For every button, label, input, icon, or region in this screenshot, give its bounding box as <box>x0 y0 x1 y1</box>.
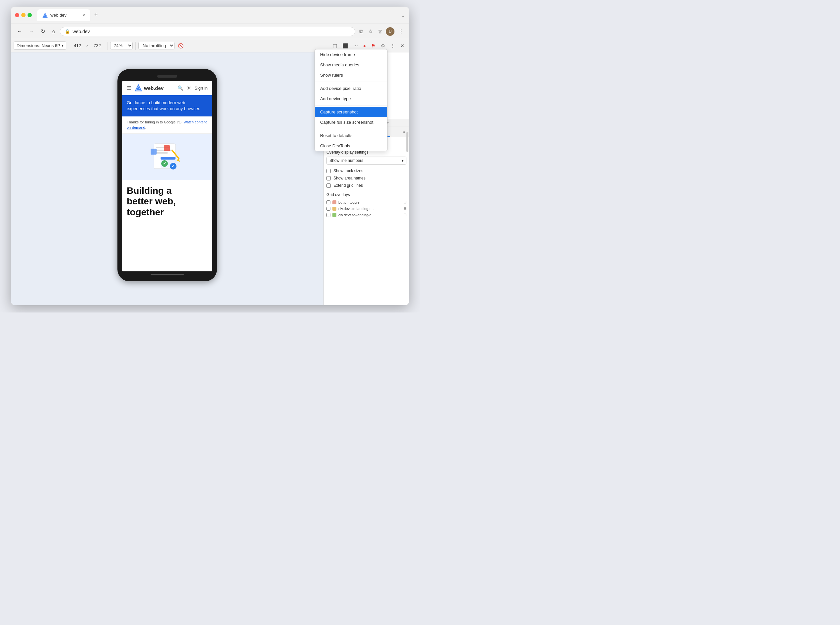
phone-home-indicator <box>151 274 184 275</box>
no-sim-button[interactable]: 🚫 <box>176 42 185 50</box>
menu-capture-screenshot[interactable]: Capture screenshot <box>315 107 387 117</box>
overlay-row-div-2: div.devsite-landing-r... ⊞ <box>327 211 406 218</box>
more-tools-button[interactable]: ⋯ <box>352 42 360 50</box>
maximize-window-button[interactable] <box>28 13 32 17</box>
extend-grid-lines-checkbox[interactable] <box>327 183 331 188</box>
line-numbers-dropdown[interactable]: Show line numbers ▾ <box>327 157 406 165</box>
show-area-names-label: Show area names <box>333 176 366 180</box>
chrome-menu-button[interactable]: ⋮ <box>397 27 405 36</box>
menu-add-device-type[interactable]: Add device type <box>315 93 387 104</box>
site-sign-in[interactable]: Sign in <box>194 86 208 90</box>
traffic-lights <box>15 13 32 17</box>
headline-line3: together <box>127 207 208 218</box>
overlay-row-button-toggle: button.toggle ⊞ <box>327 199 406 205</box>
width-input[interactable] <box>70 43 85 48</box>
hero-illustration: ✓ ✓ <box>147 140 187 174</box>
menu-add-device-pixel-ratio[interactable]: Add device pixel ratio <box>315 83 387 93</box>
div-landing-r1-grid-icon[interactable]: ⊞ <box>403 206 406 211</box>
div-landing-r2-checkbox[interactable] <box>327 213 330 217</box>
inspect-picker[interactable]: ⬚ <box>331 42 339 50</box>
hamburger-menu-icon[interactable]: ☰ <box>127 85 131 91</box>
profile-avatar[interactable]: U <box>386 27 394 36</box>
div-landing-r1-color <box>333 207 336 211</box>
site-announcement: Thanks for tuning in to Google I/O! Watc… <box>122 117 212 134</box>
nav-bar: ← → ↻ ⌂ 🔒 web.dev ⧉ ☆ ⧖ U ⋮ <box>11 24 409 39</box>
throttle-selector[interactable]: No throttling <box>138 42 174 50</box>
bookmark-button[interactable]: ☆ <box>367 27 374 36</box>
headline-line1: Building a <box>127 185 208 196</box>
height-input[interactable] <box>90 43 104 48</box>
close-window-button[interactable] <box>15 13 19 17</box>
devtools-more-menu[interactable]: ⋮ <box>389 42 397 50</box>
new-tab-button[interactable]: + <box>92 10 101 20</box>
address-bar[interactable]: 🔒 web.dev <box>60 27 355 36</box>
browser-window: web.dev × + ⌄ ← → ↻ ⌂ 🔒 web.dev ⧉ ☆ ⧖ U … <box>11 7 409 305</box>
cast-button[interactable]: ⧉ <box>358 27 364 36</box>
extensions-button[interactable]: ⧖ <box>377 27 383 36</box>
div-landing-r2-grid-icon[interactable]: ⊞ <box>403 213 406 217</box>
div-landing-r1-checkbox[interactable] <box>327 207 330 211</box>
separator-2 <box>135 42 136 50</box>
menu-reset-defaults[interactable]: Reset to defaults <box>315 131 387 141</box>
minimize-window-button[interactable] <box>21 13 26 17</box>
title-bar: web.dev × + ⌄ <box>11 7 409 24</box>
devtools-settings[interactable]: ⚙ <box>379 42 387 50</box>
forward-button[interactable]: → <box>27 27 36 36</box>
hero-svg: ✓ ✓ <box>147 140 187 174</box>
svg-text:✓: ✓ <box>163 161 166 166</box>
button-toggle-name: button.toggle <box>338 201 401 204</box>
site-search-icon[interactable]: 🔍 <box>177 85 183 90</box>
phone-container: ☰ web.dev 🔍 ☀ Sign <box>117 69 217 281</box>
menu-hide-device-frame[interactable]: Hide device frame <box>315 50 387 60</box>
reload-button[interactable]: ↻ <box>39 27 47 36</box>
tab-close-button[interactable]: × <box>82 13 85 17</box>
scroll-indicator[interactable] <box>406 132 408 152</box>
tab-list-button[interactable]: ⌄ <box>401 12 405 18</box>
tab-favicon <box>42 12 48 18</box>
dropdown-chevron-icon: ▾ <box>402 159 403 163</box>
phone-screen: ☰ web.dev 🔍 ☀ Sign <box>122 81 212 271</box>
menu-close-devtools[interactable]: Close DevTools <box>315 141 387 151</box>
watch-link[interactable]: Watch content on-demand <box>127 120 207 129</box>
device-selector[interactable]: Dimensions: Nexus 6P ▾ <box>14 42 66 50</box>
div-landing-r2-color <box>333 213 336 217</box>
show-track-sizes-checkbox[interactable] <box>327 169 331 173</box>
home-button[interactable]: ⌂ <box>50 27 57 36</box>
site-header: ☰ web.dev 🔍 ☀ Sign <box>122 81 212 95</box>
layout-content: Grid Overlay display settings Show line … <box>324 137 409 305</box>
menu-show-media-queries[interactable]: Show media queries <box>315 60 387 70</box>
active-tab[interactable]: web.dev × <box>37 9 90 21</box>
button-toggle-checkbox[interactable] <box>327 201 330 204</box>
div-landing-r2-name: div.devsite-landing-r... <box>338 213 401 217</box>
svg-marker-17 <box>176 159 180 162</box>
dropdown-label: Show line numbers <box>330 158 363 163</box>
grid-overlays-label: Grid overlays <box>327 193 406 197</box>
overlay-row-div-1: div.devsite-landing-r... ⊞ <box>327 205 406 211</box>
phone-mockup: ☰ web.dev 🔍 ☀ Sign <box>117 69 217 281</box>
svg-rect-11 <box>160 157 176 160</box>
device-dropdown-icon: ▾ <box>62 44 63 47</box>
devtools-close[interactable]: ✕ <box>398 42 406 50</box>
security-lock-icon: 🔒 <box>65 29 70 34</box>
site-hero-image: ✓ ✓ <box>122 134 212 180</box>
button-toggle-grid-icon[interactable]: ⊞ <box>403 200 406 204</box>
tab-title: web.dev <box>50 12 66 17</box>
webdev-logo-icon <box>135 84 142 92</box>
extend-grid-lines-label: Extend grid lines <box>333 183 363 188</box>
dimension-separator: × <box>86 43 89 48</box>
site-logo: web.dev <box>135 84 163 92</box>
menu-show-rulers[interactable]: Show rulers <box>315 70 387 80</box>
zoom-selector[interactable]: 74% 50% 75% 100% <box>110 42 133 50</box>
menu-capture-full-size[interactable]: Capture full size screenshot <box>315 117 387 127</box>
div-landing-r1-name: div.devsite-landing-r... <box>338 207 401 211</box>
device-toolbar-toggle[interactable]: ⬛ <box>341 42 350 50</box>
site-headline: Building a better web, together <box>122 180 212 220</box>
flag-icon: ⚑ <box>369 42 378 50</box>
site-banner: Guidance to build modern web experiences… <box>122 95 212 117</box>
back-button[interactable]: ← <box>15 27 24 36</box>
url-display: web.dev <box>73 29 90 34</box>
site-theme-icon[interactable]: ☀ <box>187 85 191 91</box>
show-track-sizes-label: Show track sizes <box>333 168 363 173</box>
show-area-names-checkbox[interactable] <box>327 176 331 180</box>
separator-1 <box>107 42 107 50</box>
